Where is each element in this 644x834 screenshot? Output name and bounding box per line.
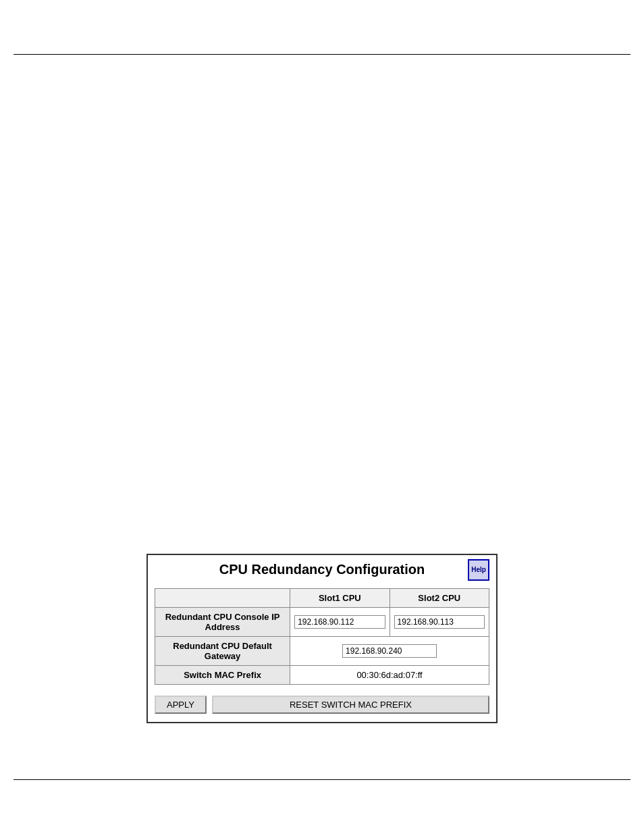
slot1-console-ip-cell <box>290 608 390 637</box>
apply-button[interactable]: APPLY <box>155 696 207 714</box>
table-row: Redundant CPU Default Gateway <box>155 637 489 666</box>
slot1-console-ip-input[interactable] <box>294 615 385 629</box>
top-rule <box>14 54 630 55</box>
default-gateway-cell <box>290 637 489 666</box>
panel-header: CPU Redundancy Configuration Help <box>155 562 489 577</box>
row-label-console-ip: Redundant CPU Console IP Address <box>155 608 290 637</box>
row-label-mac-prefix: Switch MAC Prefix <box>155 666 290 685</box>
row-label-default-gateway: Redundant CPU Default Gateway <box>155 637 290 666</box>
column-header-slot2: Slot2 CPU <box>390 589 489 608</box>
mac-prefix-value: 00:30:6d:ad:07:ff <box>356 670 422 680</box>
slot2-console-ip-input[interactable] <box>394 615 485 629</box>
buttons-row: APPLY RESET SWITCH MAC PREFIX <box>155 692 489 715</box>
config-table: Slot1 CPU Slot2 CPU Redundant CPU Consol… <box>155 588 489 685</box>
default-gateway-input[interactable] <box>342 644 437 658</box>
help-button[interactable]: Help <box>468 559 489 581</box>
column-header-slot1: Slot1 CPU <box>290 589 390 608</box>
table-row: Redundant CPU Console IP Address <box>155 608 489 637</box>
main-content: CPU Redundancy Configuration Help Slot1 … <box>146 554 498 723</box>
bottom-rule <box>14 779 630 780</box>
panel-title: CPU Redundancy Configuration <box>219 562 425 577</box>
reset-mac-prefix-button[interactable]: RESET SWITCH MAC PREFIX <box>212 696 489 714</box>
slot2-console-ip-cell <box>390 608 489 637</box>
help-label: Help <box>471 566 486 573</box>
mac-prefix-cell: 00:30:6d:ad:07:ff <box>290 666 489 685</box>
config-panel: CPU Redundancy Configuration Help Slot1 … <box>146 554 498 723</box>
table-row: Switch MAC Prefix 00:30:6d:ad:07:ff <box>155 666 489 685</box>
column-header-empty <box>155 589 290 608</box>
